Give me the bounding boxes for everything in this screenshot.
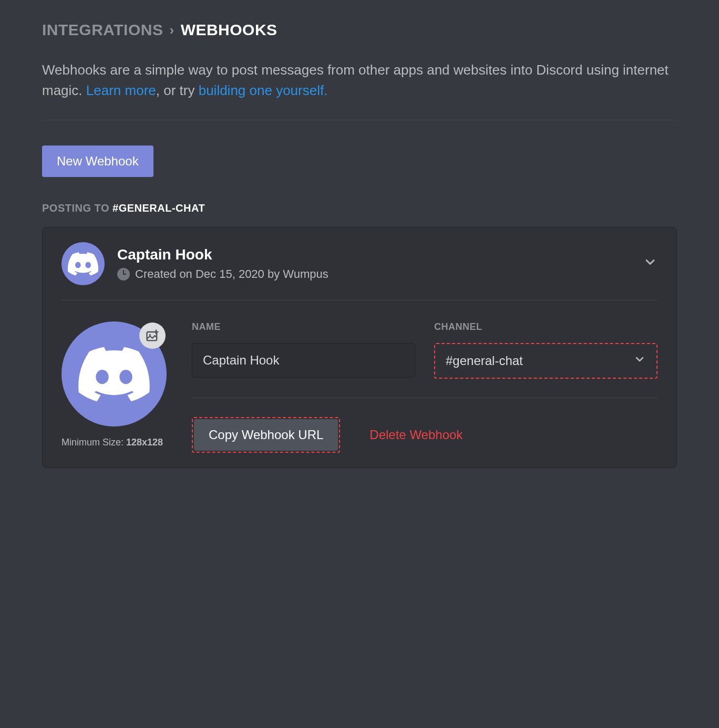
description-mid: , or try [156, 82, 199, 98]
page-description: Webhooks are a simple way to post messag… [42, 60, 677, 101]
name-input[interactable] [192, 343, 415, 378]
name-field-wrapper: NAME [192, 321, 415, 379]
clock-icon [117, 268, 130, 280]
learn-more-link[interactable]: Learn more [86, 82, 156, 98]
chevron-right-icon: › [169, 22, 174, 38]
upload-image-icon[interactable] [139, 323, 166, 349]
posting-label: POSTING TO #GENERAL-CHAT [42, 202, 677, 214]
channel-field-wrapper: CHANNEL #general-chat [434, 321, 658, 379]
channel-select-wrapper: #general-chat [434, 343, 658, 379]
channel-select[interactable]: #general-chat [435, 344, 656, 378]
build-yourself-link[interactable]: building one yourself. [199, 82, 328, 98]
form-row: NAME CHANNEL #general-chat [192, 321, 658, 398]
discord-logo-icon [67, 252, 99, 276]
webhook-name: Captain Hook [117, 246, 630, 263]
breadcrumb-current: WEBHOOKS [181, 21, 278, 39]
channel-label: CHANNEL [434, 321, 658, 332]
delete-webhook-button[interactable]: Delete Webhook [365, 419, 467, 451]
size-hint: Minimum Size: 128x128 [61, 437, 167, 448]
avatar-upload[interactable] [61, 321, 167, 427]
copy-webhook-url-button[interactable]: Copy Webhook URL [194, 419, 338, 451]
webhook-created: Created on Dec 15, 2020 by Wumpus [135, 267, 328, 281]
discord-logo-icon [77, 347, 151, 402]
copy-button-highlight: Copy Webhook URL [192, 417, 340, 453]
posting-channel: #GENERAL-CHAT [112, 202, 205, 214]
divider [42, 120, 677, 120]
webhook-body: Minimum Size: 128x128 NAME CHANNEL #gene… [61, 321, 658, 453]
webhook-meta: Created on Dec 15, 2020 by Wumpus [117, 267, 630, 281]
webhook-header[interactable]: Captain Hook Created on Dec 15, 2020 by … [61, 242, 658, 300]
size-hint-label: Minimum Size: [61, 437, 126, 448]
action-row: Copy Webhook URL Delete Webhook [192, 417, 658, 453]
webhook-card: Captain Hook Created on Dec 15, 2020 by … [42, 227, 677, 468]
posting-prefix: POSTING TO [42, 202, 112, 214]
name-label: NAME [192, 321, 415, 332]
avatar-section: Minimum Size: 128x128 [61, 321, 167, 453]
breadcrumb: INTEGRATIONS › WEBHOOKS [42, 21, 677, 39]
breadcrumb-parent[interactable]: INTEGRATIONS [42, 21, 163, 39]
form-section: NAME CHANNEL #general-chat [192, 321, 658, 453]
new-webhook-button[interactable]: New Webhook [42, 145, 153, 177]
webhook-avatar-small [61, 242, 105, 285]
chevron-down-icon[interactable] [643, 255, 658, 273]
webhook-title-block: Captain Hook Created on Dec 15, 2020 by … [117, 246, 630, 281]
size-hint-value: 128x128 [126, 437, 163, 448]
